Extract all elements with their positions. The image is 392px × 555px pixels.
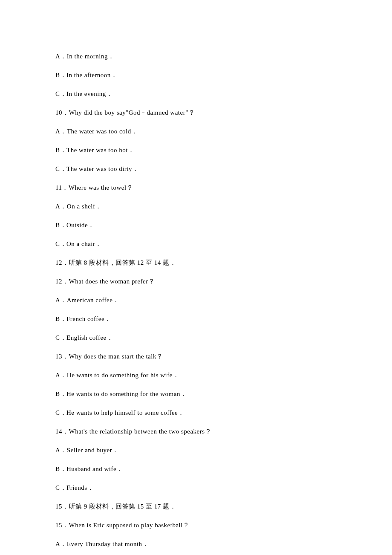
- answer-option: B．He wants to do something for the woman…: [55, 389, 337, 399]
- question-text: 12．What does the woman prefer？: [55, 276, 337, 286]
- answer-option: A．The water was too cold．: [55, 126, 337, 136]
- section-header: 12．听第 8 段材料，回答第 12 至 14 题．: [55, 257, 337, 268]
- answer-option: B．The water was too hot．: [55, 145, 337, 155]
- answer-option: A．American coffee．: [55, 295, 337, 305]
- answer-option: C．He wants to help himself to some coffe…: [55, 408, 337, 418]
- answer-option: A．Every Thursday that month．: [55, 539, 337, 549]
- answer-option: C．The water was too dirty．: [55, 164, 337, 174]
- answer-option: A．Seller and buyer．: [55, 445, 337, 455]
- answer-option: A．He wants to do something for his wife．: [55, 370, 337, 380]
- answer-option: B．In the afternoon．: [55, 70, 337, 80]
- section-header: 15．听第 9 段材料，回答第 15 至 17 题．: [55, 501, 337, 512]
- answer-option: C．In the evening．: [55, 89, 337, 99]
- question-text: 13．Why does the man start the talk？: [55, 351, 337, 361]
- answer-option: C．Friends．: [55, 483, 337, 493]
- answer-option: C．On a chair．: [55, 239, 337, 249]
- question-text: 14．What's the relationship between the t…: [55, 426, 337, 436]
- question-text: 10．Why did the boy say"God﹣damned water"…: [55, 107, 337, 118]
- question-text: 11．Where was the towel？: [55, 182, 337, 193]
- answer-option: B．Husband and wife．: [55, 464, 337, 474]
- question-text: 15．When is Eric supposed to play basketb…: [55, 520, 337, 530]
- document-page: A．In the morning． B．In the afternoon． C．…: [0, 0, 392, 555]
- answer-option: B．Outside．: [55, 220, 337, 230]
- answer-option: B．French coffee．: [55, 314, 337, 324]
- answer-option: C．English coffee．: [55, 332, 337, 343]
- answer-option: A．On a shelf．: [55, 201, 337, 211]
- answer-option: A．In the morning．: [55, 51, 337, 61]
